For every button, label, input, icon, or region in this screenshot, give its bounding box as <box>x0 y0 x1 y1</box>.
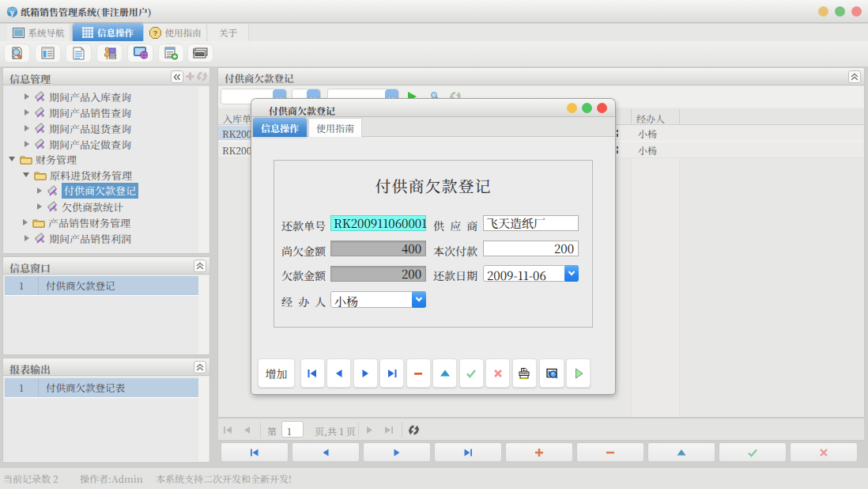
svg-text:y: y <box>10 8 15 17</box>
svg-text:?: ? <box>153 29 157 37</box>
